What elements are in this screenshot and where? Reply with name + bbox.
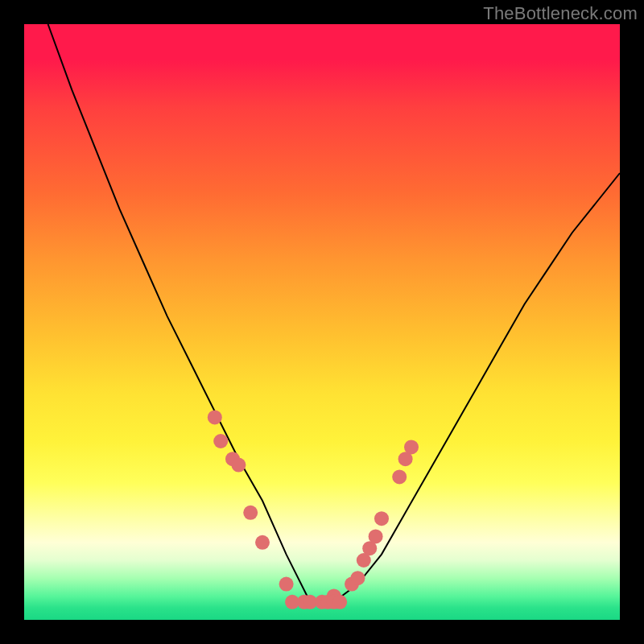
data-point [332,595,347,609]
data-point [231,458,246,473]
scatter-dots [208,410,419,609]
data-point [208,410,222,424]
data-point [392,469,407,484]
watermark-text: TheBottleneck.com [483,3,638,24]
data-point [279,577,294,592]
plot-area [24,24,620,620]
chart-frame: TheBottleneck.com [0,0,644,644]
data-point [350,571,365,585]
data-point [369,529,383,543]
chart-svg [24,24,620,620]
data-point [374,511,389,526]
data-point [404,440,419,454]
data-point [255,535,270,550]
bottleneck-curve [48,24,620,602]
data-point [243,506,258,520]
data-point [213,434,228,448]
